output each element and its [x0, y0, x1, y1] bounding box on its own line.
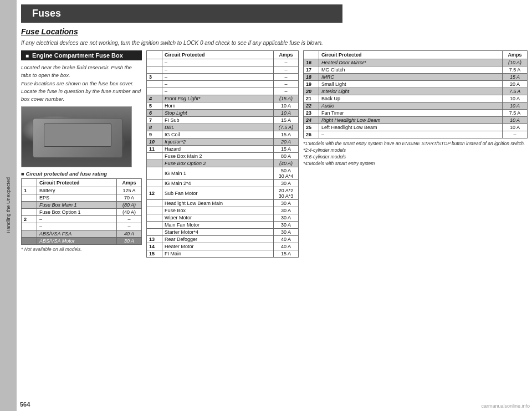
table-row: Fuse Box Main 2	[162, 153, 274, 160]
table-row-amps: 15 A	[274, 117, 299, 124]
table-row-num	[147, 59, 162, 66]
table-row: Hazard	[162, 146, 274, 153]
fuse-box-heading: Engine Compartment Fuse Box	[21, 50, 142, 60]
table-row-amps: 15 A	[274, 250, 299, 258]
table-row: Left Headlight Low Beam	[319, 124, 503, 131]
table-row-num: 4	[147, 95, 162, 102]
table-row-amps: 40 A	[274, 236, 299, 243]
table-row-num	[22, 194, 37, 202]
table-row-amps: 30 A	[274, 207, 299, 214]
table-row-amps: 20 A*2 30 A*3	[274, 187, 299, 200]
left-fuse-table: Circuit Protected Amps 1Battery125 AEPS7…	[21, 178, 142, 245]
table-row: Horn	[162, 102, 274, 110]
table-row-amps: 7.5 A	[503, 110, 528, 117]
table-row: FI Main	[162, 250, 274, 258]
table-row-amps: –	[274, 66, 299, 74]
footnotes: *1:Models with the smart entry system ha…	[303, 141, 528, 167]
table-row-amps: (15 A)	[274, 95, 299, 102]
table-row-num: 21	[304, 95, 319, 102]
table-row-num: 16	[304, 59, 319, 66]
table-row-num: 5	[147, 102, 162, 110]
table-row-num: 14	[147, 243, 162, 250]
table-row-amps: 80 A	[274, 153, 299, 160]
table-row: –	[162, 74, 274, 81]
table-row-amps: 10 A	[274, 110, 299, 117]
page-header: Fuses	[21, 4, 342, 23]
table-row-amps: –	[503, 131, 528, 138]
table-row-amps: 30 A	[274, 214, 299, 222]
table-row-amps: (7.5 A)	[274, 124, 299, 131]
table-row: Rear Defogger	[162, 236, 274, 243]
footnote-item: *1:Models with the smart entry system ha…	[303, 141, 528, 147]
table-row: Back Up	[319, 95, 503, 102]
table-row-num	[147, 167, 162, 180]
description-text: Located near the brake fluid reservoir. …	[21, 64, 142, 103]
center-table-num-header	[147, 51, 162, 59]
right-table-amps-header: Amps	[503, 51, 528, 59]
table-row-num	[22, 202, 37, 209]
footnote-item: *4:Models with smart entry system	[303, 161, 528, 167]
table-row: IG Main 2*4	[162, 180, 274, 187]
table-row: ABS/VSA Motor	[37, 238, 117, 245]
table-row-amps: 125 A	[117, 187, 142, 194]
table-row: Sub Fan Motor	[162, 187, 274, 200]
footnote-item: *3:6-cylinder models	[303, 154, 528, 161]
table-row: Fuse Box	[162, 207, 274, 214]
table-row: Headlight Low Beam Main	[162, 200, 274, 207]
table-row-amps: 30 A	[274, 200, 299, 207]
table-row: Small Light	[319, 81, 503, 88]
fuse-image	[21, 106, 132, 167]
table-row-num	[147, 222, 162, 229]
table-row-num: 9	[147, 131, 162, 138]
table-row-num	[147, 66, 162, 74]
table-row: IG Coil	[162, 131, 274, 138]
table-row-num: 17	[304, 66, 319, 74]
table-row-amps: 10 A	[503, 102, 528, 110]
table-row: DBL	[162, 124, 274, 131]
table-row-num	[147, 200, 162, 207]
table-row-amps: (80 A)	[117, 202, 142, 209]
table-row: –	[37, 223, 117, 230]
watermark: carmanualsonline.info	[481, 403, 530, 409]
sidebar: Handling the Unexpected	[0, 0, 17, 411]
table-row-num	[147, 214, 162, 222]
center-panel: Circuit Protected Amps ––––3––––––4Front…	[146, 50, 299, 258]
table-row-amps: 40 A	[117, 230, 142, 238]
top-section: Engine Compartment Fuse Box Located near…	[21, 50, 528, 258]
table-row: –	[37, 216, 117, 223]
table-row: ABS/VSA FSA	[37, 230, 117, 238]
intro-text: If any electrical devices are not workin…	[21, 39, 528, 47]
section-title: Fuse Locations	[21, 27, 528, 36]
right-table-circuit-header: Circuit Protected	[319, 51, 503, 59]
table-row: EPS	[37, 194, 117, 202]
table-row-num	[147, 180, 162, 187]
table-row-amps: (10 A)	[503, 59, 528, 66]
table-row-num: 15	[147, 250, 162, 258]
center-table-circuit-header: Circuit Protected	[162, 51, 274, 59]
table-row-amps: 20 A	[503, 81, 528, 88]
table-row: Interior Light	[319, 88, 503, 95]
left-table-circuit-header: Circuit Protected	[37, 179, 117, 187]
table-row-amps: 50 A 30 A*4	[274, 167, 299, 180]
table-row-num: 11	[147, 146, 162, 153]
table-row-amps: 10 A	[503, 95, 528, 102]
table-row-num: 22	[304, 102, 319, 110]
table-row: –	[162, 66, 274, 74]
table-row-amps: –	[274, 59, 299, 66]
table-row-num	[147, 88, 162, 95]
table-row-amps: 15 A	[274, 131, 299, 138]
table-row: Starter Motor*4	[162, 229, 274, 236]
table-row-num: 18	[304, 74, 319, 81]
table-row-amps: 30 A	[274, 229, 299, 236]
table-row-num	[147, 81, 162, 88]
table-row-amps: –	[117, 223, 142, 230]
table-row: Main Fan Motor	[162, 222, 274, 229]
table-row-num: 7	[147, 117, 162, 124]
table-row: IMRC	[319, 74, 503, 81]
table-row-num	[147, 153, 162, 160]
table-row-amps: 10 A	[503, 117, 528, 124]
table-row-num: 23	[304, 110, 319, 117]
table-row: FI Sub	[162, 117, 274, 124]
table-row: Fuse Box Main 1	[37, 202, 117, 209]
table-row-amps: 70 A	[117, 194, 142, 202]
